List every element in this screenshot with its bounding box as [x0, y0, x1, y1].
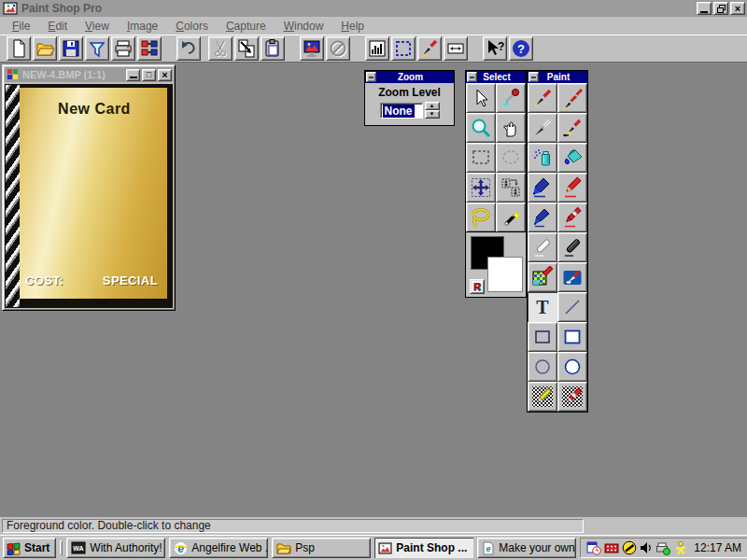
batch-conversion-button[interactable]: [137, 36, 162, 61]
open-button[interactable]: [33, 36, 57, 61]
menu-window[interactable]: Window: [279, 19, 329, 34]
tool-ellipse-select[interactable]: [496, 143, 526, 173]
full-screen-preview-button[interactable]: [300, 36, 324, 61]
tool-push-brush[interactable]: [557, 113, 587, 143]
style-bar-toggle-button[interactable]: [444, 36, 468, 61]
paint-shop-pro-icon: [378, 541, 392, 554]
tool-magic-wand[interactable]: [496, 203, 526, 232]
image-window[interactable]: NEW-4.BMP (1:1) □ × New Card COST: SPECI…: [2, 64, 176, 311]
image-window-titlebar[interactable]: NEW-4.BMP (1:1) □ ×: [5, 67, 173, 82]
image-maximize-button[interactable]: □: [142, 69, 156, 81]
tool-mover[interactable]: [466, 173, 496, 203]
copy-button[interactable]: [234, 36, 259, 61]
tool-clone-brush[interactable]: [557, 83, 587, 113]
tool-fine-marker[interactable]: [528, 203, 557, 232]
tool-pointer[interactable]: [466, 83, 496, 113]
tool-text[interactable]: T: [528, 292, 557, 322]
task-make-your-own[interactable]: e Make your own...: [477, 538, 576, 558]
zoom-palette-titlebar[interactable]: Zoom: [365, 71, 454, 83]
tool-flood-fill[interactable]: [557, 143, 587, 173]
tool-hollow-rectangle[interactable]: [528, 322, 557, 352]
zoom-palette[interactable]: Zoom Zoom Level None ▲ ▼: [364, 70, 455, 126]
undo-button[interactable]: [176, 36, 201, 61]
card-canvas[interactable]: New Card COST: SPECIAL: [5, 84, 173, 308]
select-palette[interactable]: Select: [465, 70, 527, 233]
media-device-icon[interactable]: [604, 540, 619, 555]
image-window-icon: [7, 68, 20, 81]
tool-colored-pencil[interactable]: [557, 173, 587, 203]
task-scheduler-icon[interactable]: [586, 540, 601, 555]
paint-palette[interactable]: Paint T: [527, 70, 588, 413]
context-help-button[interactable]: ?: [483, 36, 507, 61]
help-button[interactable]: ?: [509, 36, 533, 61]
tool-dither-pencil-dark[interactable]: [557, 382, 587, 412]
menu-capture[interactable]: Capture: [221, 19, 271, 34]
select-palette-titlebar[interactable]: Select: [466, 71, 526, 83]
tool-pan-hand[interactable]: [496, 113, 526, 143]
start-button[interactable]: Start: [3, 538, 56, 558]
zoom-up-button[interactable]: ▲: [425, 102, 440, 110]
tool-dropper[interactable]: [496, 83, 526, 113]
tool-line[interactable]: [557, 292, 587, 322]
close-button[interactable]: ×: [730, 2, 745, 15]
zoom-level-input[interactable]: None: [380, 103, 423, 119]
task-paint-shop[interactable]: Paint Shop ...: [374, 538, 473, 558]
tool-filled-ellipse[interactable]: [557, 352, 587, 382]
clock[interactable]: 12:17 AM: [694, 541, 741, 554]
tool-color-replacer[interactable]: [528, 262, 557, 292]
tool-lasso[interactable]: [466, 203, 496, 232]
save-button[interactable]: [59, 36, 83, 61]
graphics-utility-icon[interactable]: [622, 540, 637, 555]
paint-palette-titlebar[interactable]: Paint: [528, 71, 587, 83]
tool-retouch[interactable]: [557, 262, 587, 292]
menu-edit[interactable]: Edit: [43, 19, 72, 34]
select-palette-minimize-button[interactable]: [467, 72, 477, 82]
histogram-window-button[interactable]: [365, 36, 389, 61]
cut-button[interactable]: [208, 36, 233, 61]
print-button[interactable]: [111, 36, 135, 61]
image-minimize-button[interactable]: [126, 69, 140, 81]
zoom-palette-minimize-button[interactable]: [366, 72, 376, 82]
normal-viewing-button[interactable]: [326, 36, 350, 61]
tool-zoom[interactable]: [466, 113, 496, 143]
tool-dither-pencil-light[interactable]: [528, 382, 557, 412]
image-close-button[interactable]: ×: [158, 69, 172, 81]
tool-chalk[interactable]: [528, 232, 557, 262]
restore-button[interactable]: [713, 2, 728, 15]
style-box-icon: [445, 38, 466, 59]
paint-palette-minimize-button[interactable]: [529, 72, 539, 82]
paint-palette-toggle-button[interactable]: [417, 36, 442, 61]
tool-smudge-brush[interactable]: [528, 113, 557, 143]
tool-selection-clone[interactable]: [496, 173, 526, 203]
minimize-button[interactable]: [697, 2, 712, 15]
paste-button[interactable]: [261, 36, 285, 61]
tool-rectangle-select[interactable]: [466, 143, 496, 173]
volume-icon[interactable]: [640, 540, 653, 555]
acquire-button[interactable]: [85, 36, 109, 61]
tool-paintbrush[interactable]: [528, 83, 557, 113]
new-button[interactable]: [7, 36, 31, 61]
menu-colors[interactable]: Colors: [171, 19, 213, 34]
printer-status-icon[interactable]: [655, 540, 670, 555]
taskbar-grip[interactable]: [60, 540, 63, 555]
menu-view[interactable]: View: [80, 19, 114, 34]
tool-palette-toggle-button[interactable]: [391, 36, 416, 61]
mover-icon: [470, 176, 492, 199]
tool-airbrush[interactable]: [528, 143, 557, 173]
task-psp-folder[interactable]: Psp: [272, 538, 371, 558]
tool-filled-rectangle[interactable]: [557, 322, 587, 352]
task-angelfire[interactable]: e Angelfire Web ...: [169, 538, 268, 558]
tool-marker-pen[interactable]: [528, 173, 557, 203]
zoom-down-button[interactable]: ▼: [425, 110, 440, 119]
menu-image[interactable]: Image: [122, 19, 162, 34]
tool-ink-pen[interactable]: [557, 203, 587, 232]
menu-help[interactable]: Help: [336, 19, 369, 34]
task-with-authority[interactable]: WA With Authority!: [66, 538, 165, 558]
background-color-swatch[interactable]: [487, 257, 523, 292]
tool-hollow-ellipse[interactable]: [528, 352, 557, 382]
no-view-icon: [328, 38, 348, 59]
tool-charcoal[interactable]: [557, 232, 587, 262]
reset-colors-button[interactable]: R: [470, 279, 485, 294]
menu-file[interactable]: File: [7, 19, 35, 34]
aim-messenger-icon[interactable]: [673, 540, 686, 555]
